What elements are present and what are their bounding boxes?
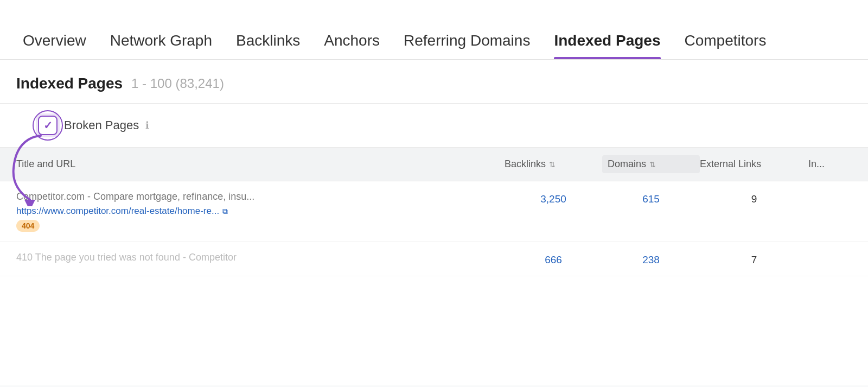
- col-in: In...: [808, 158, 852, 170]
- page-title-1: Competitor.com - Compare mortgage, refin…: [16, 191, 505, 202]
- nav-referring-domains[interactable]: Referring Domains: [392, 32, 542, 59]
- backlinks-sort-icon: ⇅: [549, 160, 556, 169]
- page-header: Indexed Pages 1 - 100 (83,241): [0, 60, 868, 104]
- cell-external-links-2: 7: [700, 252, 808, 266]
- cell-backlinks-2: 666: [505, 252, 602, 266]
- cell-title-url-2: 410 The page you tried was not found - C…: [16, 252, 505, 263]
- filter-row: ✓ Broken Pages ℹ: [0, 104, 868, 148]
- navigation: Overview Network Graph Backlinks Anchors…: [0, 0, 868, 60]
- nav-network-graph[interactable]: Network Graph: [98, 32, 224, 59]
- domains-sort-icon: ⇅: [649, 160, 656, 169]
- cell-external-links-1: 9: [700, 191, 808, 205]
- external-link-icon: ⧉: [222, 207, 228, 216]
- cell-title-url-1: Competitor.com - Compare mortgage, refin…: [16, 191, 505, 232]
- nav-competitors[interactable]: Competitors: [673, 32, 778, 59]
- table-header: Title and URL Backlinks ⇅ Domains ⇅ Exte…: [0, 148, 868, 181]
- col-backlinks[interactable]: Backlinks ⇅: [505, 158, 602, 170]
- page-title: Indexed Pages: [16, 75, 123, 92]
- indexed-pages-table: Title and URL Backlinks ⇅ Domains ⇅ Exte…: [0, 148, 868, 276]
- status-badge-404: 404: [16, 220, 40, 232]
- cell-domains-1: 615: [602, 191, 700, 205]
- arrow-annotation: [5, 130, 49, 206]
- info-icon[interactable]: ℹ: [145, 119, 149, 131]
- table-row: Competitor.com - Compare mortgage, refin…: [0, 181, 868, 242]
- table-row: 410 The page you tried was not found - C…: [0, 242, 868, 276]
- page-range: 1 - 100 (83,241): [131, 76, 224, 91]
- main-content: Indexed Pages 1 - 100 (83,241) ✓ Broken …: [0, 60, 868, 385]
- cell-in-1: [808, 191, 852, 193]
- page-url-1[interactable]: https://www.competitor.com/real-estate/h…: [16, 206, 505, 217]
- nav-overview[interactable]: Overview: [11, 32, 98, 59]
- svg-marker-0: [24, 200, 35, 206]
- col-external-links: External Links: [700, 158, 808, 170]
- broken-pages-label: Broken Pages: [64, 118, 139, 132]
- broken-pages-checkbox[interactable]: ✓: [38, 116, 58, 135]
- col-title-url: Title and URL: [16, 158, 505, 170]
- nav-indexed-pages[interactable]: Indexed Pages: [542, 32, 672, 59]
- cell-domains-2: 238: [602, 252, 700, 266]
- nav-backlinks[interactable]: Backlinks: [224, 32, 312, 59]
- cell-backlinks-1: 3,250: [505, 191, 602, 205]
- nav-anchors[interactable]: Anchors: [312, 32, 392, 59]
- checkmark-icon: ✓: [43, 119, 53, 132]
- page-title-2: 410 The page you tried was not found - C…: [16, 252, 505, 263]
- col-domains[interactable]: Domains ⇅: [602, 155, 700, 173]
- cell-in-2: [808, 252, 852, 254]
